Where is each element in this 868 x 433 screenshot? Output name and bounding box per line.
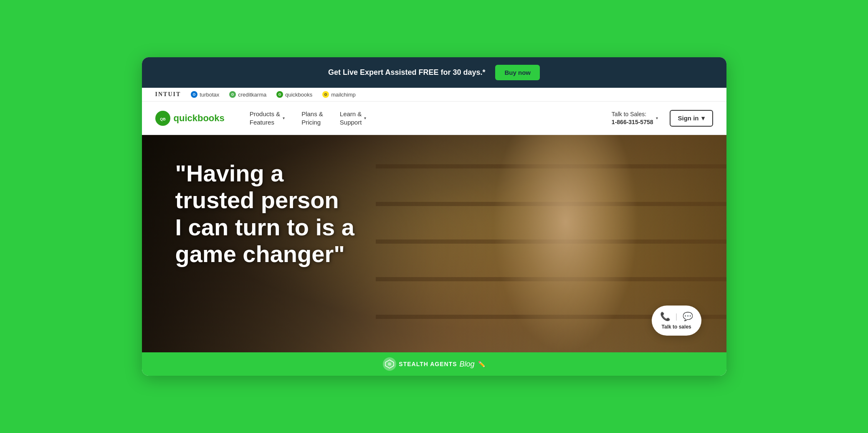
brand-turbotax[interactable]: ⊙ turbotax [191, 91, 219, 98]
talk-sales-icons-row: 📞 | 💬 [660, 311, 693, 321]
hero-quote: "Having atrusted personI can turn to is … [175, 160, 497, 268]
hero-section: Feedback "Having atrusted personI can tu… [142, 135, 726, 352]
nav-learn-label: Learn &Support [340, 110, 362, 126]
buy-now-button[interactable]: Buy now [495, 65, 540, 80]
footer-logo: STEALTH AGENTS Blog ✏️ [383, 357, 485, 371]
products-chevron-icon: ▾ [283, 116, 285, 120]
main-container: Get Live Expert Assisted FREE for 30 day… [142, 57, 726, 376]
brand-mailchimp[interactable]: ⊙ mailchimp [322, 91, 356, 98]
turbotax-label: turbotax [200, 92, 219, 98]
creditkarma-label: creditkarma [238, 92, 266, 98]
footer-pencil-icon: ✏️ [478, 361, 485, 367]
talk-to-sales-text: Talk to Sales: 1-866-315-5758 [612, 110, 653, 125]
nav-learn[interactable]: Learn &Support ▾ [332, 106, 375, 130]
footer-brand-text: STEALTH AGENTS [399, 361, 457, 367]
qb-logo-icon: QB [155, 111, 170, 126]
turbotax-icon: ⊙ [191, 91, 197, 98]
creditkarma-icon: ⊙ [229, 91, 236, 98]
quickbooks-logo[interactable]: QB quickbooks [155, 111, 225, 126]
quickbooks-label: quickbooks [285, 92, 312, 98]
svg-text:QB: QB [160, 117, 166, 121]
nav-items: Products &Features ▾ Plans &Pricing Lear… [241, 106, 713, 130]
nav-plans-label: Plans &Pricing [301, 110, 323, 126]
phone-icon: 📞 [660, 311, 671, 321]
mailchimp-label: mailchimp [331, 92, 356, 98]
footer-logo-icon [383, 357, 396, 371]
talk-to-sales-nav[interactable]: Talk to Sales: 1-866-315-5758 ▾ [605, 106, 665, 130]
nav-plans[interactable]: Plans &Pricing [293, 106, 332, 130]
banner-text: Get Live Expert Assisted FREE for 30 day… [328, 68, 485, 77]
page-footer: STEALTH AGENTS Blog ✏️ [142, 352, 726, 376]
mailchimp-icon: ⊙ [322, 91, 329, 98]
main-nav: QB quickbooks Products &Features ▾ Plans… [142, 102, 726, 135]
hero-content: "Having atrusted personI can turn to is … [175, 160, 497, 352]
chat-icon: 💬 [683, 311, 693, 321]
quickbooks-icon: ⊙ [276, 91, 283, 98]
icon-divider: | [676, 312, 678, 321]
top-banner: Get Live Expert Assisted FREE for 30 day… [142, 57, 726, 88]
svg-point-3 [388, 362, 391, 366]
nav-products-label: Products &Features [250, 110, 280, 126]
nav-products[interactable]: Products &Features ▾ [241, 106, 293, 130]
talk-to-sales-float[interactable]: 📞 | 💬 Talk to sales [652, 306, 701, 336]
learn-chevron-icon: ▾ [364, 116, 366, 120]
intuit-logo: INTUIT [155, 91, 181, 98]
talk-sales-float-label: Talk to sales [662, 324, 691, 330]
footer-blog-text: Blog [460, 360, 475, 369]
brand-quickbooks[interactable]: ⊙ quickbooks [276, 91, 312, 98]
sign-in-button[interactable]: Sign in ▾ [670, 110, 713, 127]
brand-creditkarma[interactable]: ⊙ creditkarma [229, 91, 266, 98]
talk-sales-chevron-icon: ▾ [656, 116, 658, 120]
sign-in-chevron-icon: ▾ [701, 115, 705, 122]
qb-logo-text: quickbooks [174, 113, 225, 124]
intuit-bar: INTUIT ⊙ turbotax ⊙ creditkarma ⊙ quickb… [142, 88, 726, 102]
